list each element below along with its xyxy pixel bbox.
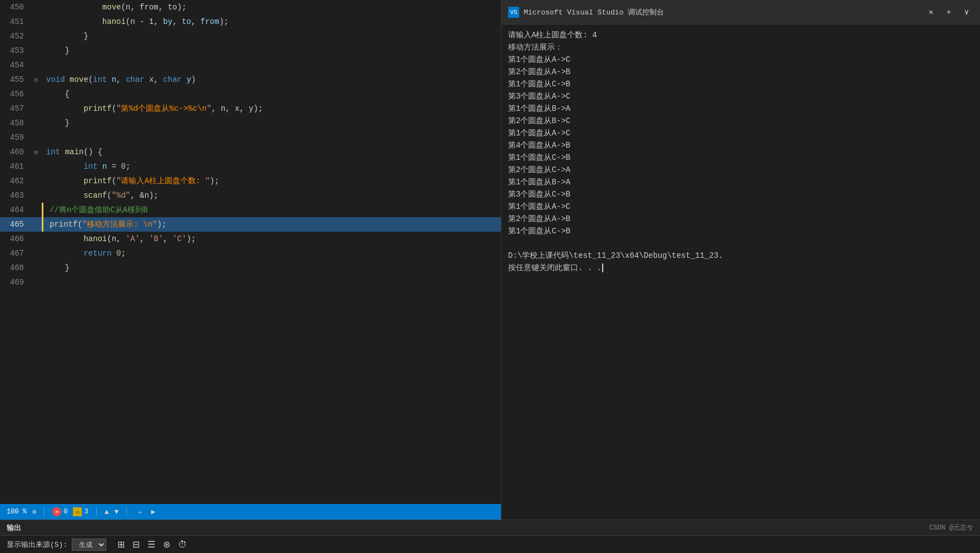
fold-465 [31,217,42,232]
line-num-458: 458 [0,116,31,130]
console-line-15: 第2个圆盘从A->B [508,213,973,225]
output-btn-3[interactable]: ☰ [145,538,157,551]
output-btn-4[interactable]: ⊛ [161,538,173,551]
console-content: 请输入A柱上圆盘个数: 4 移动方法展示： 第1个圆盘从A->C 第2个圆盘从A… [501,25,980,520]
arrow-btn[interactable]: ▶ [151,507,156,516]
console-overlay: VS Microsoft Visual Studio 调试控制台 ✕ + ∨ 请… [501,0,980,520]
line-content-468: } [42,261,501,275]
console-line-16: 第1个圆盘从C->B [508,225,973,237]
line-content-457: printf("第%d个圆盘从%c->%c\n", n, x, y); [42,101,501,116]
code-line-452[interactable]: 452 } [0,29,501,43]
code-line-457[interactable]: 457 printf("第%d个圆盘从%c->%c\n", n, x, y); [0,101,501,116]
code-line-463[interactable]: 463 scanf("%d", &n); [0,188,501,203]
code-line-464[interactable]: 464 //将n个圆盘借助C从A移到B [0,203,501,217]
nav-down[interactable]: ▼ [114,508,119,516]
code-line-466[interactable]: 466 hanoi(n, 'A', 'B', 'C'); [0,232,501,246]
warning-icon: ⚠ [73,507,82,516]
line-content-455: void move(int n, char x, char y) [42,72,501,87]
console-line-1: 移动方法展示： [508,41,973,53]
fold-466 [31,232,42,246]
code-line-450[interactable]: 450 move(n, from, to); [0,0,501,14]
fold-454 [31,58,42,72]
line-content-466: hanoi(n, 'A', 'B', 'C'); [42,232,501,246]
line-content-469 [42,275,501,290]
vs-icon: VS [508,7,519,18]
line-num-462: 462 [0,174,31,188]
output-btn-2[interactable]: ⊟ [130,538,142,551]
code-line-468[interactable]: 468 } [0,261,501,275]
line-num-455: 455 [0,72,31,87]
console-line-8: 第1个圆盘从A->C [508,127,973,139]
fold-469 [31,275,42,290]
output-content: 显示输出来源(S): 生成 ⊞ ⊟ ☰ ⊛ ⏱ [0,536,980,553]
fold-457 [31,101,42,116]
console-line-12: 第1个圆盘从B->A [508,176,973,188]
console-line-14: 第1个圆盘从A->C [508,200,973,213]
code-line-459[interactable]: 459 [0,130,501,145]
warning-status[interactable]: ⚠ 3 [73,507,88,516]
error-status[interactable]: ✕ 0 [52,507,67,516]
status-bar: 100 % ⊙ ✕ 0 ⚠ 3 ▲ ▼ ✏ ▶ [0,504,501,520]
code-line-462[interactable]: 462 printf("请输入A柱上圆盘个数: "); [0,174,501,188]
fold-455: ⊟ [31,72,42,87]
more-console-btn[interactable]: ∨ [960,6,973,19]
main-area: 450 move(n, from, to); 451 hanoi(n - 1, … [0,0,980,520]
output-panel: 输出 CSDN @元志兮 显示输出来源(S): 生成 ⊞ ⊟ ☰ ⊛ ⏱ [0,520,980,553]
line-content-460: int main() { [42,145,501,159]
line-num-459: 459 [0,130,31,145]
line-num-454: 454 [0,58,31,72]
output-btn-clock[interactable]: ⏱ [176,538,189,551]
output-title: 输出 [7,523,21,533]
output-btn-1[interactable]: ⊞ [115,538,127,551]
fold-464 [31,203,42,217]
pencil-btn[interactable]: ✏ [135,507,145,517]
line-num-464: 464 [0,203,31,217]
code-line-461[interactable]: 461 int n = 0; [0,159,501,174]
code-line-469[interactable]: 469 [0,275,501,290]
csdn-credit: CSDN @元志兮 [929,523,973,532]
code-line-465[interactable]: 465 printf("移动方法展示: \n"); [0,217,501,232]
line-num-450: 450 [0,0,31,14]
console-line-3: 第2个圆盘从A->B [508,66,973,78]
nav-up[interactable]: ▲ [105,508,109,516]
console-line-10: 第1个圆盘从C->B [508,151,973,164]
code-line-451[interactable]: 451 hanoi(n - 1, by, to, from); [0,14,501,29]
line-content-463: scanf("%d", &n); [42,188,501,203]
code-line-453[interactable]: 453 } [0,43,501,58]
cursor-icon: ⊙ [32,508,36,516]
add-console-btn[interactable]: + [942,6,956,19]
console-path: D:\学校上课代码\test_11_23\x64\Debug\test_11_2… [508,249,973,262]
code-line-460[interactable]: 460 ⊟ int main() { [0,145,501,159]
fold-468 [31,261,42,275]
line-num-466: 466 [0,232,31,246]
line-content-456: { [42,87,501,101]
line-content-450: move(n, from, to); [42,0,501,14]
code-line-456[interactable]: 456 { [0,87,501,101]
code-line-458[interactable]: 458 } [0,116,501,130]
line-content-465: printf("移动方法展示: \n"); [42,217,501,232]
line-num-468: 468 [0,261,31,275]
console-line-blank [508,237,973,249]
fold-462 [31,174,42,188]
fold-451 [31,14,42,29]
line-content-452: } [42,29,501,43]
line-content-461: int n = 0; [42,159,501,174]
divider-3 [126,507,127,516]
output-source-label: 显示输出来源(S): [7,540,67,550]
console-header: VS Microsoft Visual Studio 调试控制台 ✕ + ∨ [501,0,980,25]
code-line-455[interactable]: 455 ⊟ void move(int n, char x, char y) [0,72,501,87]
console-line-2: 第1个圆盘从A->C [508,53,973,66]
line-content-451: hanoi(n - 1, by, to, from); [42,14,501,29]
code-line-454[interactable]: 454 [0,58,501,72]
fold-459 [31,130,42,145]
zoom-value[interactable]: 100 % [7,508,27,516]
line-num-452: 452 [0,29,31,43]
line-num-469: 469 [0,275,31,290]
fold-463 [31,188,42,203]
error-icon: ✕ [52,507,61,516]
output-header: 输出 CSDN @元志兮 [0,520,980,536]
console-line-7: 第2个圆盘从B->C [508,115,973,127]
close-console-btn[interactable]: ✕ [924,6,938,19]
code-line-467[interactable]: 467 return 0; [0,246,501,261]
output-source-select[interactable]: 生成 [72,539,106,551]
